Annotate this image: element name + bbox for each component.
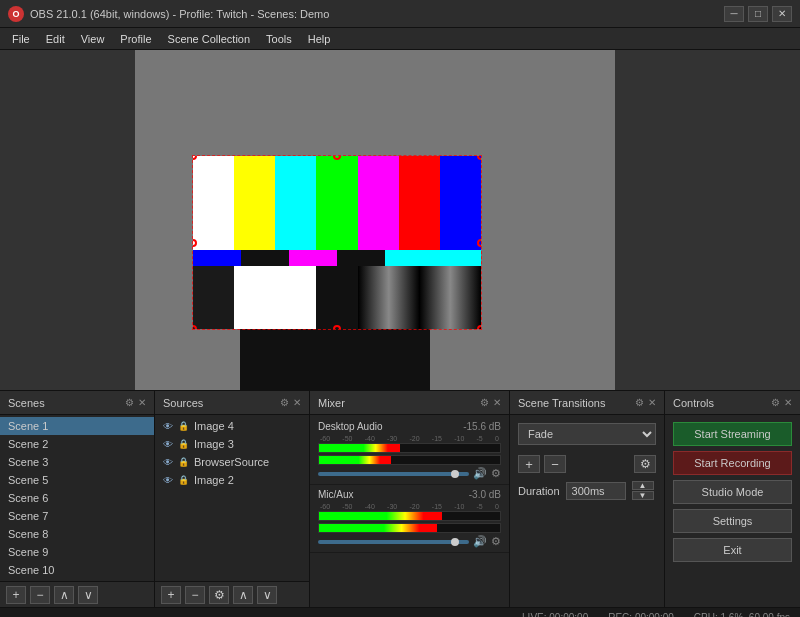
mic-aux-volume-row: 🔊 ⚙	[318, 535, 501, 548]
eye-icon[interactable]: 👁	[163, 457, 173, 468]
scene-item-3[interactable]: Scene 3	[0, 453, 154, 471]
transition-add-button[interactable]: +	[518, 455, 540, 473]
studio-mode-button[interactable]: Studio Mode	[673, 480, 792, 504]
mic-aux-level	[318, 511, 501, 521]
scenes-add-button[interactable]: +	[6, 586, 26, 604]
duration-input[interactable]	[566, 482, 626, 500]
menu-view[interactable]: View	[73, 31, 113, 47]
minimize-button[interactable]: ─	[724, 6, 744, 22]
transition-type-select[interactable]: Fade Cut Swipe Slide	[518, 423, 656, 445]
bar-near-black	[193, 266, 234, 329]
bar-magenta2	[289, 250, 337, 266]
mixer-close-icon[interactable]: ✕	[493, 397, 501, 408]
scenes-up-button[interactable]: ∧	[54, 586, 74, 604]
scene-item-6[interactable]: Scene 6	[0, 489, 154, 507]
scenes-toolbar: + − ∧ ∨	[0, 581, 154, 607]
preview-black-left	[0, 50, 135, 390]
handle-br[interactable]	[477, 325, 482, 330]
bars-gradient	[358, 266, 481, 329]
handle-bm[interactable]	[333, 325, 341, 330]
color-bars-source[interactable]	[192, 155, 482, 330]
source-name: BrowserSource	[194, 456, 269, 468]
transition-duration-row: Duration ▲ ▼	[510, 477, 664, 504]
lock-icon[interactable]: 🔒	[178, 439, 189, 449]
duration-decrement-button[interactable]: ▼	[632, 491, 654, 500]
scenes-close-icon[interactable]: ✕	[138, 397, 146, 408]
mic-aux-settings-icon[interactable]: ⚙	[491, 535, 501, 548]
transitions-config-icon[interactable]: ⚙	[635, 397, 644, 408]
mic-aux-knob	[451, 538, 459, 546]
lock-icon[interactable]: 🔒	[178, 475, 189, 485]
bar-black1	[241, 250, 289, 266]
transition-add-row: + − ⚙	[510, 451, 664, 477]
controls-content: Start Streaming Start Recording Studio M…	[665, 415, 800, 607]
sources-up-button[interactable]: ∧	[233, 586, 253, 604]
sources-add-button[interactable]: +	[161, 586, 181, 604]
maximize-button[interactable]: □	[748, 6, 768, 22]
source-item-browser[interactable]: 👁 🔒 BrowserSource	[155, 453, 309, 471]
title-controls: ─ □ ✕	[724, 6, 792, 22]
menu-help[interactable]: Help	[300, 31, 339, 47]
bar-black3	[316, 266, 357, 329]
menu-edit[interactable]: Edit	[38, 31, 73, 47]
scene-item-2[interactable]: Scene 2	[0, 435, 154, 453]
settings-button[interactable]: Settings	[673, 509, 792, 533]
scene-item-1[interactable]: Scene 1	[0, 417, 154, 435]
preview-canvas[interactable]	[0, 50, 800, 390]
sources-header: Sources ⚙ ✕	[155, 391, 309, 415]
mic-aux-level2	[318, 523, 501, 533]
bottom-panels: Scenes ⚙ ✕ Scene 1 Scene 2 Scene 3 Scene…	[0, 390, 800, 607]
mixer-config-icon[interactable]: ⚙	[480, 397, 489, 408]
scene-item-10[interactable]: Scene 10	[0, 561, 154, 579]
lock-icon[interactable]: 🔒	[178, 457, 189, 467]
menu-scene-collection[interactable]: Scene Collection	[160, 31, 259, 47]
exit-button[interactable]: Exit	[673, 538, 792, 562]
source-item-image2[interactable]: 👁 🔒 Image 2	[155, 471, 309, 489]
title-text: OBS 21.0.1 (64bit, windows) - Profile: T…	[30, 8, 329, 20]
menu-profile[interactable]: Profile	[112, 31, 159, 47]
mic-aux-mute-icon[interactable]: 🔊	[473, 535, 487, 548]
sources-remove-button[interactable]: −	[185, 586, 205, 604]
source-item-image3[interactable]: 👁 🔒 Image 3	[155, 435, 309, 453]
desktop-audio-settings-icon[interactable]: ⚙	[491, 467, 501, 480]
eye-icon[interactable]: 👁	[163, 421, 173, 432]
transition-gear-button[interactable]: ⚙	[634, 455, 656, 473]
mic-aux-slider[interactable]	[318, 540, 469, 544]
scene-item-5[interactable]: Scene 5	[0, 471, 154, 489]
scene-item-9[interactable]: Scene 9	[0, 543, 154, 561]
controls-close-icon[interactable]: ✕	[784, 397, 792, 408]
source-item-image4[interactable]: 👁 🔒 Image 4	[155, 417, 309, 435]
lock-icon[interactable]: 🔒	[178, 421, 189, 431]
menu-tools[interactable]: Tools	[258, 31, 300, 47]
eye-icon[interactable]: 👁	[163, 475, 173, 486]
sources-settings-button[interactable]: ⚙	[209, 586, 229, 604]
sources-close-icon[interactable]: ✕	[293, 397, 301, 408]
controls-config-icon[interactable]: ⚙	[771, 397, 780, 408]
handle-bl[interactable]	[192, 325, 197, 330]
scene-item-7[interactable]: Scene 7	[0, 507, 154, 525]
sources-down-button[interactable]: ∨	[257, 586, 277, 604]
sources-config-icon[interactable]: ⚙	[280, 397, 289, 408]
close-button[interactable]: ✕	[772, 6, 792, 22]
handle-tr[interactable]	[477, 155, 482, 160]
transitions-close-icon[interactable]: ✕	[648, 397, 656, 408]
eye-icon[interactable]: 👁	[163, 439, 173, 450]
scene-item-8[interactable]: Scene 8	[0, 525, 154, 543]
source-name: Image 4	[194, 420, 234, 432]
duration-increment-button[interactable]: ▲	[632, 481, 654, 490]
handle-mr[interactable]	[477, 239, 482, 247]
start-streaming-button[interactable]: Start Streaming	[673, 422, 792, 446]
scenes-remove-button[interactable]: −	[30, 586, 50, 604]
scenes-list: Scene 1 Scene 2 Scene 3 Scene 5 Scene 6 …	[0, 415, 154, 581]
transitions-title: Scene Transitions	[518, 397, 605, 409]
desktop-audio-mute-icon[interactable]: 🔊	[473, 467, 487, 480]
scenes-down-button[interactable]: ∨	[78, 586, 98, 604]
menu-file[interactable]: File	[4, 31, 38, 47]
title-left: O OBS 21.0.1 (64bit, windows) - Profile:…	[8, 6, 329, 22]
live-status: LIVE: 00:00:00	[522, 612, 588, 617]
scenes-config-icon[interactable]: ⚙	[125, 397, 134, 408]
desktop-audio-slider[interactable]	[318, 472, 469, 476]
transition-add-remove-buttons: + −	[518, 455, 566, 473]
start-recording-button[interactable]: Start Recording	[673, 451, 792, 475]
transition-remove-button[interactable]: −	[544, 455, 566, 473]
